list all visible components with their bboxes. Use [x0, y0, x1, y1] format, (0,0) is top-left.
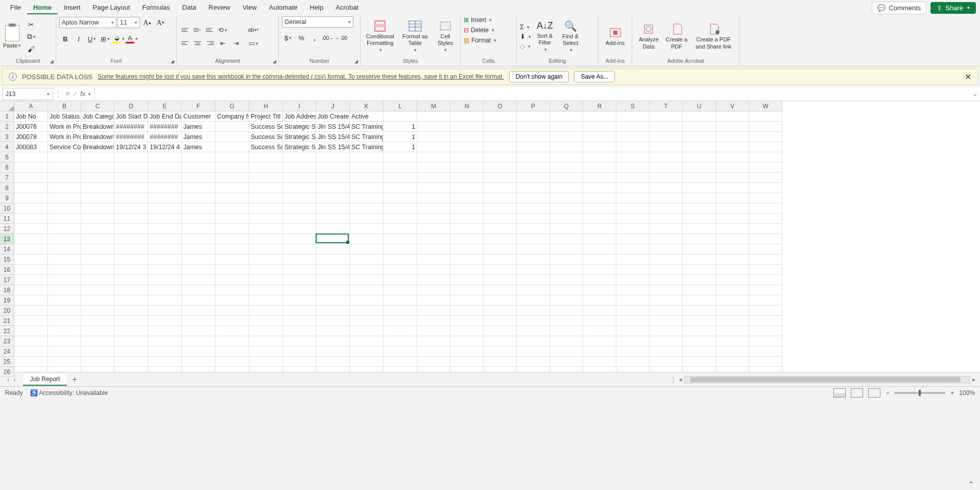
cell-P19[interactable]: [517, 295, 550, 306]
cell-Q25[interactable]: [550, 357, 583, 367]
cell-G4[interactable]: [216, 142, 249, 152]
cell-V23[interactable]: [716, 336, 749, 346]
cell-S11[interactable]: [616, 214, 650, 224]
cell-P20[interactable]: [517, 306, 550, 316]
sheet-tab-active[interactable]: Job Report: [23, 374, 67, 386]
cell-K4[interactable]: SC Training: [350, 142, 384, 152]
paste-icon[interactable]: [5, 25, 19, 41]
cell-G24[interactable]: [216, 346, 249, 357]
cell-F20[interactable]: [182, 306, 216, 316]
cell-R9[interactable]: [583, 193, 616, 203]
cell-O7[interactable]: [484, 173, 517, 183]
cell-O3[interactable]: [484, 132, 517, 142]
cell-C17[interactable]: [81, 275, 114, 285]
cell-T18[interactable]: [650, 285, 683, 295]
increase-decimal-icon[interactable]: .00→: [322, 32, 334, 44]
cell-V17[interactable]: [716, 275, 749, 285]
sheet-prev-icon[interactable]: ‹: [7, 376, 9, 383]
number-launcher[interactable]: ◢: [354, 59, 358, 64]
cell-U13[interactable]: [683, 234, 716, 244]
cell-S18[interactable]: [616, 285, 650, 295]
cell-O17[interactable]: [484, 275, 517, 285]
cell-O10[interactable]: [484, 203, 517, 214]
cell-S12[interactable]: [616, 224, 650, 234]
cell-O5[interactable]: [484, 152, 517, 162]
decrease-decimal-icon[interactable]: ←.00: [335, 32, 347, 44]
cell-S23[interactable]: [616, 336, 650, 346]
cell-K16[interactable]: [350, 265, 384, 275]
cell-D18[interactable]: [114, 285, 148, 295]
cell-P11[interactable]: [517, 214, 550, 224]
cell-M10[interactable]: [417, 203, 450, 214]
comma-icon[interactable]: ,: [308, 32, 321, 44]
cell-J14[interactable]: [316, 244, 350, 254]
cell-N6[interactable]: [450, 162, 484, 173]
col-header-Q[interactable]: Q: [550, 101, 583, 111]
cell-R26[interactable]: [583, 367, 616, 372]
cell-B23[interactable]: [48, 336, 81, 346]
cell-Q16[interactable]: [550, 265, 583, 275]
cell-W12[interactable]: [749, 224, 782, 234]
cell-C2[interactable]: Breakdown: [81, 122, 114, 132]
cell-I23[interactable]: [283, 336, 316, 346]
cell-P25[interactable]: [517, 357, 550, 367]
align-bottom-icon[interactable]: [204, 25, 216, 35]
cell-O26[interactable]: [484, 367, 517, 372]
cell-S15[interactable]: [616, 254, 650, 265]
cell-S13[interactable]: [616, 234, 650, 244]
cell-G9[interactable]: [216, 193, 249, 203]
cell-E16[interactable]: [148, 265, 182, 275]
cell-R13[interactable]: [583, 234, 616, 244]
cell-A19[interactable]: [14, 295, 48, 306]
cell-G2[interactable]: [216, 122, 249, 132]
cell-Q10[interactable]: [550, 203, 583, 214]
cell-H8[interactable]: [249, 183, 283, 193]
cell-U24[interactable]: [683, 346, 716, 357]
cell-P22[interactable]: [517, 326, 550, 336]
cell-B3[interactable]: Work in Pro: [48, 132, 81, 142]
cell-F24[interactable]: [182, 346, 216, 357]
cell-L5[interactable]: [384, 152, 417, 162]
cell-N12[interactable]: [450, 224, 484, 234]
cell-W10[interactable]: [749, 203, 782, 214]
cell-Q13[interactable]: [550, 234, 583, 244]
cell-P18[interactable]: [517, 285, 550, 295]
cell-O24[interactable]: [484, 346, 517, 357]
cell-B7[interactable]: [48, 173, 81, 183]
col-header-D[interactable]: D: [114, 101, 148, 111]
cell-B19[interactable]: [48, 295, 81, 306]
cell-C24[interactable]: [81, 346, 114, 357]
row-header-16[interactable]: 16: [0, 265, 14, 275]
underline-button[interactable]: U▾: [86, 33, 98, 45]
col-header-S[interactable]: S: [616, 101, 650, 111]
cell-T25[interactable]: [650, 357, 683, 367]
cell-Q23[interactable]: [550, 336, 583, 346]
cell-M9[interactable]: [417, 193, 450, 203]
cell-H2[interactable]: Success So: [249, 122, 283, 132]
cell-L4[interactable]: 1: [384, 142, 417, 152]
cell-E8[interactable]: [148, 183, 182, 193]
col-header-P[interactable]: P: [517, 101, 550, 111]
cell-H7[interactable]: [249, 173, 283, 183]
cell-E25[interactable]: [148, 357, 182, 367]
cell-T3[interactable]: [650, 132, 683, 142]
row-header-15[interactable]: 15: [0, 254, 14, 265]
clear-button[interactable]: ◇▾: [520, 42, 531, 50]
cell-O20[interactable]: [484, 306, 517, 316]
cell-B18[interactable]: [48, 285, 81, 295]
cell-D15[interactable]: [114, 254, 148, 265]
cell-F14[interactable]: [182, 244, 216, 254]
cell-L18[interactable]: [384, 285, 417, 295]
percent-icon[interactable]: %: [295, 32, 307, 44]
col-header-H[interactable]: H: [249, 101, 283, 111]
cell-G19[interactable]: [216, 295, 249, 306]
cell-E7[interactable]: [148, 173, 182, 183]
number-format-select[interactable]: General▾: [282, 16, 353, 28]
cell-F17[interactable]: [182, 275, 216, 285]
tab-acrobat[interactable]: Acrobat: [329, 2, 365, 14]
insert-cells-button[interactable]: ⊞Insert▾: [464, 16, 492, 24]
cell-D13[interactable]: [114, 234, 148, 244]
cell-J2[interactable]: Jln SS 15/4: [316, 122, 350, 132]
cell-U21[interactable]: [683, 316, 716, 326]
cell-T24[interactable]: [650, 346, 683, 357]
